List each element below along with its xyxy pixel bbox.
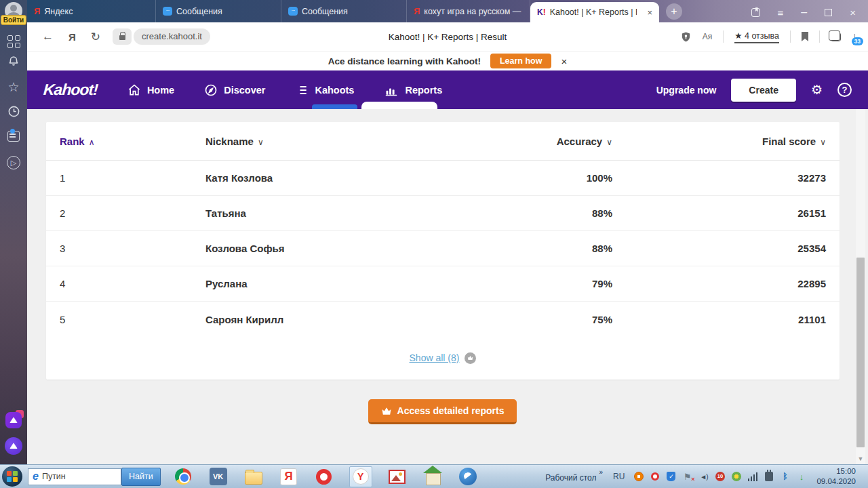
start-button[interactable] bbox=[2, 466, 22, 487]
nickname-cell: Татьяна bbox=[205, 207, 487, 219]
access-detailed-reports-button[interactable]: Access detailed reports bbox=[368, 399, 517, 424]
yandex-home-icon[interactable]: Я bbox=[68, 31, 76, 43]
column-header-final-score[interactable]: Final score∨ bbox=[612, 136, 826, 147]
nav-item-kahoots[interactable]: Kahoots bbox=[295, 83, 354, 97]
antivirus-shield-icon[interactable]: ✓ bbox=[666, 472, 676, 482]
edge-blue-icon[interactable] bbox=[458, 466, 478, 487]
nav-label: Home bbox=[147, 85, 174, 96]
leaderboard-card: Rank∧ Nickname∨ Accuracy∨ Final score∨ 1… bbox=[46, 122, 840, 380]
yandex-tray-icon[interactable] bbox=[633, 472, 644, 482]
nav-item-discover[interactable]: Discover bbox=[204, 83, 265, 97]
opera-tray-icon[interactable] bbox=[650, 472, 660, 482]
kahoot-logo[interactable]: Kahoot! bbox=[43, 81, 98, 99]
opera-icon[interactable] bbox=[314, 466, 334, 487]
rank-cell: 5 bbox=[60, 314, 205, 325]
downloads-icon[interactable]: ↓33 bbox=[852, 30, 857, 43]
scrollbar-down-icon[interactable]: ▼ bbox=[856, 455, 865, 462]
refresh-icon[interactable]: ↻ bbox=[91, 30, 100, 44]
new-tab-button[interactable]: + bbox=[666, 3, 682, 20]
apps-grid-icon[interactable] bbox=[0, 31, 27, 48]
nickname-cell: Козлова Софья bbox=[205, 243, 487, 254]
home-icon bbox=[127, 83, 141, 97]
reviews-rating[interactable]: ★ 4 отзыва bbox=[734, 30, 779, 43]
browser-menu-icon[interactable]: ≡ bbox=[778, 7, 784, 18]
downloads-badge: 33 bbox=[852, 37, 863, 45]
image-viewer-icon[interactable] bbox=[387, 466, 408, 487]
download-tray-icon[interactable]: ↓ bbox=[796, 472, 806, 482]
learn-how-button[interactable]: Learn how bbox=[490, 54, 552, 68]
yandex-app-icon[interactable]: Я bbox=[279, 466, 299, 487]
nav-item-home[interactable]: Home bbox=[127, 83, 174, 97]
chrome-icon[interactable] bbox=[173, 466, 193, 487]
create-button[interactable]: Create bbox=[731, 79, 796, 102]
language-indicator[interactable]: RU bbox=[613, 472, 625, 481]
nav-item-reports[interactable]: Reports bbox=[384, 83, 442, 97]
tab-kahoot-search[interactable]: Я кохут игра на русском — bbox=[407, 0, 530, 22]
video-play-icon[interactable]: ▷ bbox=[0, 156, 27, 169]
action-center-flag-icon[interactable]: ⚑ bbox=[682, 472, 692, 482]
yandex-service-circle-icon[interactable] bbox=[0, 437, 27, 458]
desktop-toolbar-label[interactable]: Рабочий стол» bbox=[545, 471, 600, 483]
address-bar[interactable]: create.kahoot.it bbox=[134, 28, 210, 45]
window-minimize-button[interactable]: – bbox=[801, 6, 807, 18]
crown-icon bbox=[381, 407, 392, 415]
subtab-indicator-blue[interactable] bbox=[312, 104, 357, 109]
nickname-cell: Катя Козлова bbox=[205, 172, 487, 184]
power-plug-icon[interactable] bbox=[764, 472, 774, 482]
tab-yandex[interactable]: Я Яндекс bbox=[27, 0, 156, 22]
scrollbar-thumb[interactable] bbox=[856, 258, 865, 447]
column-header-nickname[interactable]: Nickname∨ bbox=[205, 136, 487, 147]
explorer-folder-icon[interactable] bbox=[243, 466, 264, 487]
accuracy-cell: 79% bbox=[487, 278, 612, 289]
table-row: 1 Катя Козлова 100% 32273 bbox=[46, 161, 840, 196]
collections-icon[interactable] bbox=[831, 33, 841, 41]
bookmark-flag-icon[interactable] bbox=[802, 32, 808, 41]
system-clock[interactable]: 15:00 09.04.2020 bbox=[812, 466, 863, 487]
upgrade-now-link[interactable]: Upgrade now bbox=[656, 85, 717, 96]
find-button[interactable]: Найти bbox=[121, 468, 161, 486]
show-all-link[interactable]: Show all (8) bbox=[410, 352, 460, 363]
sort-desc-icon: ∨ bbox=[258, 138, 264, 147]
network-signal-icon[interactable] bbox=[747, 472, 757, 482]
tab-bar: Я Яндекс ··· Сообщения ··· Сообщения Я к… bbox=[27, 0, 868, 22]
taskbar-search-input[interactable] bbox=[42, 472, 103, 481]
tab-messages-1[interactable]: ··· Сообщения bbox=[156, 0, 281, 22]
tab-messages-2[interactable]: ··· Сообщения bbox=[281, 0, 407, 22]
ssl-lock-icon[interactable] bbox=[113, 28, 132, 45]
favorites-star-icon[interactable]: ☆ bbox=[0, 79, 27, 95]
subtab-active-white[interactable] bbox=[361, 102, 437, 109]
eset-tray-icon[interactable] bbox=[731, 472, 741, 482]
help-icon[interactable]: ? bbox=[837, 83, 852, 97]
volume-icon[interactable]: ◄) bbox=[698, 472, 709, 482]
home-app-icon[interactable] bbox=[422, 466, 443, 487]
vk-icon[interactable]: VK bbox=[208, 466, 229, 487]
translate-icon[interactable]: Aя bbox=[703, 32, 713, 41]
bookmarks-panel-icon[interactable] bbox=[751, 8, 760, 17]
notifications-bell-icon[interactable] bbox=[0, 55, 27, 70]
sort-desc-icon: ∨ bbox=[820, 138, 826, 147]
banner-close-icon[interactable]: × bbox=[561, 56, 567, 67]
login-badge[interactable]: Войти bbox=[1, 15, 26, 25]
yandex-browser-icon-active[interactable]: Y bbox=[349, 466, 372, 487]
window-maximize-button[interactable] bbox=[825, 9, 832, 16]
column-header-accuracy[interactable]: Accuracy∨ bbox=[487, 136, 612, 147]
protect-shield-icon[interactable] bbox=[680, 31, 692, 43]
tab-kahoot-reports-active[interactable]: K! Kahoot! | K+ Reports | R × bbox=[530, 2, 659, 22]
back-icon[interactable]: ← bbox=[42, 30, 54, 43]
overflow-chevron-icon: » bbox=[599, 468, 604, 476]
accuracy-cell: 75% bbox=[487, 314, 612, 325]
bluetooth-icon[interactable]: ᛒ bbox=[780, 472, 790, 482]
star-icon: ★ bbox=[734, 31, 742, 41]
collections-docs-icon[interactable] bbox=[0, 131, 27, 144]
window-close-button[interactable]: × bbox=[850, 7, 856, 18]
win10-update-icon[interactable]: 10 bbox=[715, 472, 725, 482]
taskbar-search[interactable]: e bbox=[28, 468, 121, 485]
column-header-rank[interactable]: Rank∧ bbox=[60, 136, 205, 147]
yandex-service-square-icon[interactable] bbox=[0, 412, 27, 431]
tab-close-icon[interactable]: × bbox=[647, 7, 652, 18]
history-clock-icon[interactable] bbox=[0, 105, 27, 121]
score-cell: 32273 bbox=[612, 172, 826, 184]
rank-cell: 2 bbox=[60, 207, 205, 219]
gear-icon[interactable]: ⚙ bbox=[811, 82, 823, 98]
score-cell: 25354 bbox=[612, 243, 826, 254]
